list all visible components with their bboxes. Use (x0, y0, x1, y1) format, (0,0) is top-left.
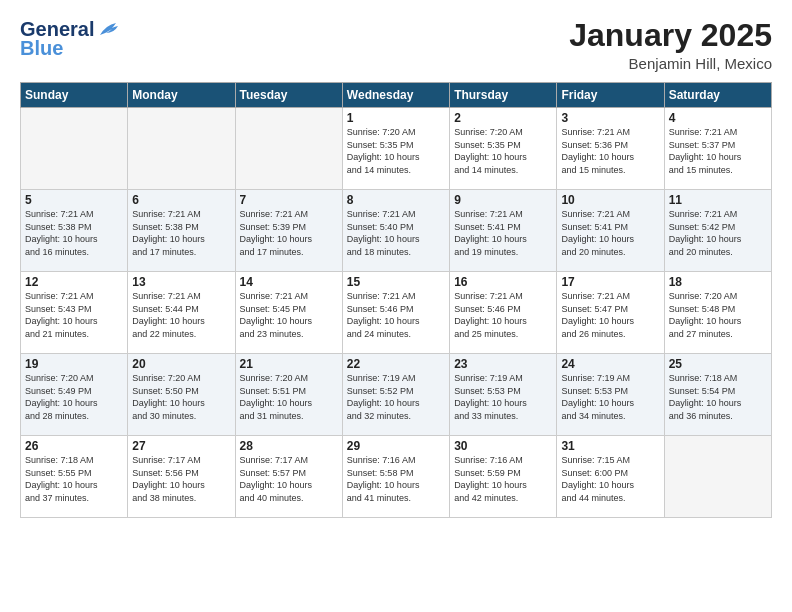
calendar-table: Sunday Monday Tuesday Wednesday Thursday… (20, 82, 772, 518)
table-row: 16Sunrise: 7:21 AMSunset: 5:46 PMDayligh… (450, 272, 557, 354)
table-row: 31Sunrise: 7:15 AMSunset: 6:00 PMDayligh… (557, 436, 664, 518)
day-number: 23 (454, 357, 552, 371)
table-row (21, 108, 128, 190)
day-info: Sunrise: 7:21 AMSunset: 5:46 PMDaylight:… (347, 290, 445, 340)
day-number: 15 (347, 275, 445, 289)
day-info: Sunrise: 7:20 AMSunset: 5:35 PMDaylight:… (347, 126, 445, 176)
calendar-week-row: 19Sunrise: 7:20 AMSunset: 5:49 PMDayligh… (21, 354, 772, 436)
day-info: Sunrise: 7:20 AMSunset: 5:49 PMDaylight:… (25, 372, 123, 422)
day-info: Sunrise: 7:21 AMSunset: 5:44 PMDaylight:… (132, 290, 230, 340)
title-block: January 2025 Benjamin Hill, Mexico (569, 18, 772, 72)
day-number: 9 (454, 193, 552, 207)
logo-bird-icon (98, 21, 120, 39)
day-number: 3 (561, 111, 659, 125)
day-info: Sunrise: 7:16 AMSunset: 5:58 PMDaylight:… (347, 454, 445, 504)
day-number: 12 (25, 275, 123, 289)
day-info: Sunrise: 7:21 AMSunset: 5:41 PMDaylight:… (561, 208, 659, 258)
day-number: 25 (669, 357, 767, 371)
day-number: 4 (669, 111, 767, 125)
table-row: 18Sunrise: 7:20 AMSunset: 5:48 PMDayligh… (664, 272, 771, 354)
day-number: 11 (669, 193, 767, 207)
table-row: 26Sunrise: 7:18 AMSunset: 5:55 PMDayligh… (21, 436, 128, 518)
day-number: 28 (240, 439, 338, 453)
day-number: 7 (240, 193, 338, 207)
header: General Blue January 2025 Benjamin Hill,… (20, 18, 772, 72)
col-monday: Monday (128, 83, 235, 108)
table-row: 10Sunrise: 7:21 AMSunset: 5:41 PMDayligh… (557, 190, 664, 272)
day-info: Sunrise: 7:20 AMSunset: 5:50 PMDaylight:… (132, 372, 230, 422)
col-sunday: Sunday (21, 83, 128, 108)
day-info: Sunrise: 7:16 AMSunset: 5:59 PMDaylight:… (454, 454, 552, 504)
day-info: Sunrise: 7:18 AMSunset: 5:54 PMDaylight:… (669, 372, 767, 422)
day-number: 8 (347, 193, 445, 207)
table-row (128, 108, 235, 190)
table-row: 8Sunrise: 7:21 AMSunset: 5:40 PMDaylight… (342, 190, 449, 272)
col-wednesday: Wednesday (342, 83, 449, 108)
day-info: Sunrise: 7:19 AMSunset: 5:52 PMDaylight:… (347, 372, 445, 422)
page: General Blue January 2025 Benjamin Hill,… (0, 0, 792, 612)
day-number: 30 (454, 439, 552, 453)
table-row: 12Sunrise: 7:21 AMSunset: 5:43 PMDayligh… (21, 272, 128, 354)
table-row (235, 108, 342, 190)
day-number: 27 (132, 439, 230, 453)
header-row: Sunday Monday Tuesday Wednesday Thursday… (21, 83, 772, 108)
table-row: 9Sunrise: 7:21 AMSunset: 5:41 PMDaylight… (450, 190, 557, 272)
day-info: Sunrise: 7:21 AMSunset: 5:39 PMDaylight:… (240, 208, 338, 258)
day-info: Sunrise: 7:17 AMSunset: 5:57 PMDaylight:… (240, 454, 338, 504)
day-info: Sunrise: 7:21 AMSunset: 5:38 PMDaylight:… (25, 208, 123, 258)
day-number: 20 (132, 357, 230, 371)
day-number: 13 (132, 275, 230, 289)
table-row: 27Sunrise: 7:17 AMSunset: 5:56 PMDayligh… (128, 436, 235, 518)
day-info: Sunrise: 7:21 AMSunset: 5:47 PMDaylight:… (561, 290, 659, 340)
day-info: Sunrise: 7:19 AMSunset: 5:53 PMDaylight:… (561, 372, 659, 422)
day-number: 6 (132, 193, 230, 207)
day-number: 24 (561, 357, 659, 371)
calendar-week-row: 5Sunrise: 7:21 AMSunset: 5:38 PMDaylight… (21, 190, 772, 272)
calendar-week-row: 12Sunrise: 7:21 AMSunset: 5:43 PMDayligh… (21, 272, 772, 354)
logo-blue: Blue (20, 37, 63, 60)
table-row: 14Sunrise: 7:21 AMSunset: 5:45 PMDayligh… (235, 272, 342, 354)
table-row: 11Sunrise: 7:21 AMSunset: 5:42 PMDayligh… (664, 190, 771, 272)
day-number: 10 (561, 193, 659, 207)
table-row: 7Sunrise: 7:21 AMSunset: 5:39 PMDaylight… (235, 190, 342, 272)
day-number: 1 (347, 111, 445, 125)
day-info: Sunrise: 7:17 AMSunset: 5:56 PMDaylight:… (132, 454, 230, 504)
logo: General Blue (20, 18, 120, 60)
table-row: 5Sunrise: 7:21 AMSunset: 5:38 PMDaylight… (21, 190, 128, 272)
day-number: 18 (669, 275, 767, 289)
day-number: 29 (347, 439, 445, 453)
day-number: 2 (454, 111, 552, 125)
day-number: 26 (25, 439, 123, 453)
day-number: 22 (347, 357, 445, 371)
day-number: 19 (25, 357, 123, 371)
table-row: 6Sunrise: 7:21 AMSunset: 5:38 PMDaylight… (128, 190, 235, 272)
table-row: 23Sunrise: 7:19 AMSunset: 5:53 PMDayligh… (450, 354, 557, 436)
table-row: 4Sunrise: 7:21 AMSunset: 5:37 PMDaylight… (664, 108, 771, 190)
day-info: Sunrise: 7:21 AMSunset: 5:42 PMDaylight:… (669, 208, 767, 258)
table-row: 22Sunrise: 7:19 AMSunset: 5:52 PMDayligh… (342, 354, 449, 436)
table-row: 17Sunrise: 7:21 AMSunset: 5:47 PMDayligh… (557, 272, 664, 354)
table-row (664, 436, 771, 518)
table-row: 24Sunrise: 7:19 AMSunset: 5:53 PMDayligh… (557, 354, 664, 436)
day-number: 31 (561, 439, 659, 453)
day-number: 17 (561, 275, 659, 289)
calendar-title: January 2025 (569, 18, 772, 53)
table-row: 25Sunrise: 7:18 AMSunset: 5:54 PMDayligh… (664, 354, 771, 436)
day-info: Sunrise: 7:21 AMSunset: 5:40 PMDaylight:… (347, 208, 445, 258)
col-friday: Friday (557, 83, 664, 108)
day-info: Sunrise: 7:21 AMSunset: 5:46 PMDaylight:… (454, 290, 552, 340)
day-info: Sunrise: 7:18 AMSunset: 5:55 PMDaylight:… (25, 454, 123, 504)
col-saturday: Saturday (664, 83, 771, 108)
table-row: 15Sunrise: 7:21 AMSunset: 5:46 PMDayligh… (342, 272, 449, 354)
day-info: Sunrise: 7:21 AMSunset: 5:37 PMDaylight:… (669, 126, 767, 176)
day-info: Sunrise: 7:19 AMSunset: 5:53 PMDaylight:… (454, 372, 552, 422)
col-tuesday: Tuesday (235, 83, 342, 108)
day-number: 5 (25, 193, 123, 207)
day-info: Sunrise: 7:21 AMSunset: 5:45 PMDaylight:… (240, 290, 338, 340)
table-row: 13Sunrise: 7:21 AMSunset: 5:44 PMDayligh… (128, 272, 235, 354)
table-row: 2Sunrise: 7:20 AMSunset: 5:35 PMDaylight… (450, 108, 557, 190)
day-info: Sunrise: 7:20 AMSunset: 5:35 PMDaylight:… (454, 126, 552, 176)
table-row: 21Sunrise: 7:20 AMSunset: 5:51 PMDayligh… (235, 354, 342, 436)
table-row: 1Sunrise: 7:20 AMSunset: 5:35 PMDaylight… (342, 108, 449, 190)
calendar-subtitle: Benjamin Hill, Mexico (569, 55, 772, 72)
